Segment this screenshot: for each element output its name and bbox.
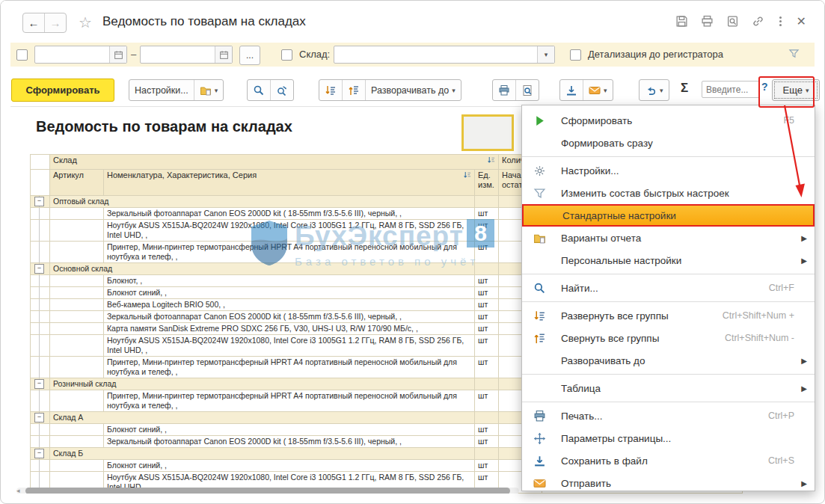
- menu-item-15[interactable]: Таблица▶: [522, 377, 815, 399]
- undo-settings-button[interactable]: ▾: [640, 80, 669, 100]
- collapse-group-icon[interactable]: −: [34, 413, 44, 422]
- app-window: ← → ☆ Ведомость по товарам на складах ✕ …: [0, 0, 825, 504]
- menu-item-7[interactable]: Персональные настройки▶: [522, 249, 815, 271]
- calendar-icon[interactable]: [215, 46, 232, 63]
- menu-item-6[interactable]: Варианты отчета▶: [522, 227, 815, 249]
- menu-separator: [522, 274, 815, 274]
- more-vertical-icon[interactable]: [777, 16, 784, 26]
- horizontal-scrollbar[interactable]: ◂: [16, 488, 519, 494]
- help-button[interactable]: ?: [761, 81, 768, 93]
- forward-arrow-icon: →: [50, 16, 61, 29]
- period-to-input[interactable]: [140, 46, 233, 64]
- collapse-group-icon[interactable]: −: [34, 449, 44, 458]
- menu-item-12[interactable]: Свернуть все группыCtrl+Shift+Num -: [522, 327, 815, 349]
- unit-cell: шт: [475, 323, 499, 335]
- menu-item-0[interactable]: СформироватьF5: [522, 109, 815, 132]
- group-name: Оптовый склад: [50, 196, 475, 208]
- nomenclature-cell: Ноутбук ASUS X515JA-BQ2024W 1920x1080, I…: [104, 220, 475, 242]
- unit-cell: шт: [475, 357, 499, 378]
- favorite-star-icon[interactable]: ☆: [79, 13, 92, 31]
- menu-item-shortcut: Ctrl+S: [768, 455, 794, 466]
- menu-item-label: Формировать сразу: [561, 138, 653, 149]
- autosum-button[interactable]: Σ: [681, 81, 688, 96]
- menu-item-3[interactable]: Настройки...: [522, 159, 815, 182]
- send-email-button[interactable]: ▾: [583, 80, 613, 100]
- chevron-down-icon: ▾: [604, 87, 607, 94]
- period-dash: –: [131, 49, 136, 60]
- menu-item-label: Отправить: [561, 478, 611, 489]
- menu-item-5[interactable]: Стандартные настройки: [522, 204, 815, 227]
- chevron-down-icon[interactable]: ▾: [537, 46, 554, 63]
- menu-item-shortcut: Ctrl+P: [768, 411, 794, 421]
- selected-cell[interactable]: [461, 114, 514, 151]
- col-article: Артикул: [50, 170, 104, 196]
- col-nomenclature: Номенклатура, Характеристика, Серия: [104, 170, 475, 196]
- menu-item-9[interactable]: Найти...Ctrl+F: [522, 277, 815, 299]
- report-toolbar: Сформировать Настройки... ▾ Разворачиват…: [10, 74, 815, 105]
- menu-item-13[interactable]: Разворачивать до▶: [522, 349, 815, 372]
- collapse-group-icon[interactable]: −: [34, 197, 44, 206]
- unit-cell: шт: [475, 242, 499, 263]
- scrollbar-thumb[interactable]: [25, 488, 510, 494]
- settings-button[interactable]: Настройки...: [129, 80, 194, 100]
- close-icon[interactable]: ✕: [797, 16, 806, 28]
- print-icon[interactable]: [701, 15, 714, 28]
- period-checkbox[interactable]: [16, 49, 28, 61]
- expand-icon: [533, 310, 546, 322]
- back-arrow-icon: ←: [28, 16, 40, 29]
- magnifier-icon: [533, 282, 546, 295]
- printer-icon: [533, 410, 546, 422]
- collapse-group-icon[interactable]: −: [34, 379, 44, 389]
- unit-cell: шт: [475, 436, 499, 448]
- funnel-icon: [533, 187, 546, 200]
- submenu-arrow-icon: ▶: [801, 357, 807, 365]
- menu-item-19[interactable]: Сохранить в файлCtrl+S: [522, 449, 815, 472]
- save-file-button[interactable]: [560, 80, 583, 100]
- menu-item-20[interactable]: Отправить▶: [522, 472, 815, 494]
- menu-item-label: Свернуть все группы: [561, 333, 659, 344]
- period-from-input[interactable]: [34, 46, 127, 64]
- expand-to-dropdown[interactable]: Разворачивать до▾: [365, 80, 461, 100]
- collapse-all-groups-button[interactable]: [342, 80, 365, 100]
- detail-checkbox[interactable]: [570, 49, 581, 61]
- report-title: Ведомость по товарам на складах: [36, 118, 292, 135]
- expand-all-groups-button[interactable]: [319, 80, 342, 100]
- menu-item-label: Таблица: [561, 383, 601, 394]
- warehouse-checkbox[interactable]: [281, 49, 292, 61]
- nomenclature-cell: Карта памяти SanDisk Extreme PRO SDXC 25…: [104, 323, 475, 335]
- more-button[interactable]: Еще▾: [772, 79, 820, 101]
- menu-item-18[interactable]: Параметры страницы...: [522, 427, 815, 449]
- menu-item-4[interactable]: Изменить состав быстрых настроек: [522, 182, 815, 204]
- generate-button[interactable]: Сформировать: [11, 79, 114, 102]
- menu-item-17[interactable]: Печать...Ctrl+P: [522, 405, 815, 427]
- unit-cell: шт: [475, 311, 499, 323]
- calendar-icon[interactable]: [109, 46, 126, 63]
- search-next-button[interactable]: [270, 80, 293, 100]
- unit-cell: шт: [475, 287, 499, 299]
- save-icon[interactable]: [675, 15, 688, 28]
- more-context-menu: СформироватьF5Формировать сразуНастройки…: [521, 105, 815, 491]
- menu-item-11[interactable]: Развернуть все группыCtrl+Shift+Num +: [522, 304, 815, 327]
- unit-cell: шт: [475, 335, 499, 357]
- collapse-group-icon[interactable]: −: [34, 264, 44, 274]
- play-icon: [533, 114, 546, 127]
- scroll-left-icon[interactable]: ◂: [16, 487, 20, 494]
- quick-search-input[interactable]: [702, 81, 760, 98]
- envelope-icon: [533, 477, 546, 490]
- print-preview-button[interactable]: [515, 80, 539, 100]
- period-ellipsis-button[interactable]: ...: [239, 46, 260, 65]
- filter-funnel-icon[interactable]: [788, 48, 800, 62]
- back-button[interactable]: ←: [23, 13, 44, 32]
- nomenclature-cell: Зеркальный фотоаппарат Canon EOS 2000D k…: [104, 208, 475, 220]
- report-variants-button[interactable]: ▾: [194, 80, 224, 100]
- search-button[interactable]: [248, 80, 270, 100]
- title-bar: ← → ☆ Ведомость по товарам на складах ✕: [1, 1, 824, 41]
- report-variant-icon: [200, 84, 212, 96]
- preview-icon[interactable]: [726, 15, 739, 28]
- link-icon[interactable]: [752, 15, 764, 28]
- print-button[interactable]: [493, 80, 515, 100]
- forward-button[interactable]: →: [44, 13, 66, 32]
- warehouse-combo[interactable]: ▾: [334, 46, 555, 64]
- menu-item-1[interactable]: Формировать сразу: [522, 132, 815, 154]
- group-name: Склад А: [50, 412, 475, 424]
